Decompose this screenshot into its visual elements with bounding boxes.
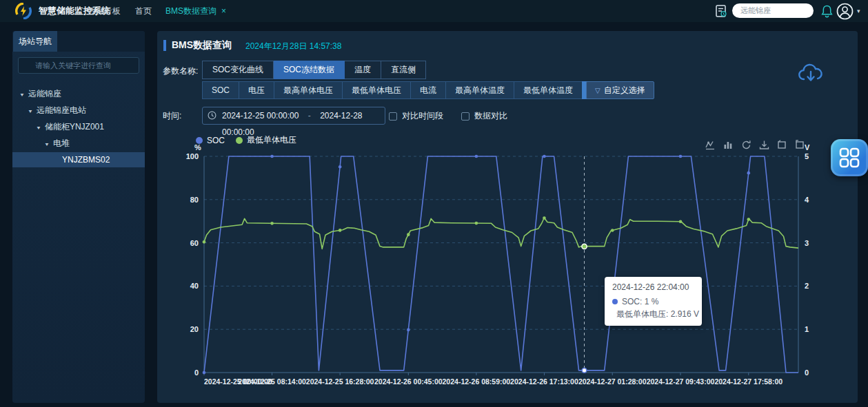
svg-text:2024-12-27 01:28:00: 2024-12-27 01:28:00 [578, 377, 647, 386]
notification-bell-icon[interactable] [820, 4, 834, 18]
svg-text:100: 100 [186, 152, 199, 160]
svg-text:3: 3 [805, 239, 809, 247]
svg-text:2024-12-26 17:13:00: 2024-12-26 17:13:00 [510, 377, 578, 386]
svg-text:1: 1 [805, 325, 809, 333]
svg-text:2024-12-26 08:59:00: 2024-12-26 08:59:00 [443, 377, 511, 386]
svg-text:80: 80 [190, 196, 199, 204]
svg-text:60: 60 [190, 239, 199, 247]
tree-node-bms-selected[interactable]: YNJZBMS02 [12, 152, 145, 167]
tooltip-voltage-row: 最低单体电压: 2.916 V [612, 308, 694, 320]
station-search-input[interactable] [732, 3, 814, 18]
app-logo-icon [15, 3, 32, 19]
tree-node-plant[interactable]: ▼远能锦座电站 [12, 103, 145, 118]
caret-down-icon[interactable]: ▼ [36, 121, 41, 135]
bms-line-chart[interactable]: 020406080100012345%V2024-12-25 00:00:002… [157, 31, 858, 403]
svg-text:2024-12-26 00:45:00: 2024-12-26 00:45:00 [374, 377, 443, 386]
svg-text:2024-12-25 08:14:00: 2024-12-25 08:14:00 [238, 377, 306, 386]
svg-text:%: % [194, 143, 201, 152]
svg-text:0: 0 [194, 368, 199, 377]
svg-text:2024-12-25 16:28:00: 2024-12-25 16:28:00 [306, 377, 374, 386]
top-navbar: 智慧储能监控系统 数据看板 首页 BMS数据查询× ▾ [0, 0, 868, 22]
tree-node-cabinet[interactable]: ▼储能柜YNJZ001 [12, 119, 145, 134]
export-download-icon[interactable] [797, 61, 825, 86]
svg-text:2: 2 [805, 282, 809, 290]
bms-query-panel: BMS数据查询 2024年12月28日 14:57:38 参数名称: SOC变化… [157, 31, 858, 403]
caret-down-icon[interactable]: ▼ [19, 88, 25, 102]
svg-text:4: 4 [805, 196, 809, 204]
report-doc-icon[interactable] [714, 4, 728, 18]
svg-text:V: V [805, 143, 810, 152]
caret-down-icon[interactable]: ▼ [28, 105, 33, 118]
tooltip-time: 2024-12-26 22:04:00 [612, 282, 694, 292]
tree-node-station-group[interactable]: ▼远能锦座 [12, 86, 145, 101]
grid-apps-icon [838, 147, 860, 169]
user-menu-caret-icon[interactable]: ▾ [857, 0, 860, 22]
chart-tooltip: 2024-12-26 22:04:00 SOC: 1 % 最低单体电压: 2.9… [605, 277, 702, 326]
tree-search-input[interactable] [18, 57, 139, 74]
nav-tab-bms-query[interactable]: BMS数据查询× [165, 0, 226, 22]
nav-menu-home[interactable]: 首页 [135, 0, 152, 22]
tooltip-soc-dot [612, 299, 618, 304]
user-avatar-icon[interactable] [836, 3, 854, 20]
tab-station-nav[interactable]: 场站导航 [13, 31, 57, 52]
caret-down-icon[interactable]: ▼ [44, 138, 50, 152]
svg-text:40: 40 [190, 282, 199, 290]
svg-text:2024-12-27 09:43:00: 2024-12-27 09:43:00 [647, 377, 715, 386]
tooltip-soc-row: SOC: 1 % [612, 295, 694, 308]
tree-node-stack[interactable]: ▼电堆 [12, 136, 145, 151]
svg-text:20: 20 [190, 325, 199, 333]
tab-close-icon[interactable]: × [221, 6, 226, 16]
quick-menu-float-button[interactable] [831, 139, 868, 176]
nav-menu-dashboard[interactable]: 数据看板 [88, 0, 121, 22]
svg-text:5: 5 [805, 152, 809, 160]
sidebar-header: 场站导航 [12, 31, 145, 52]
svg-text:0: 0 [805, 368, 809, 377]
station-sidebar: 场站导航 ▼远能锦座 ▼远能锦座电站 ▼储能柜YNJZ001 ▼电堆 YNJZB… [12, 31, 145, 403]
svg-text:2024-12-27 17:58:00: 2024-12-27 17:58:00 [714, 377, 783, 386]
